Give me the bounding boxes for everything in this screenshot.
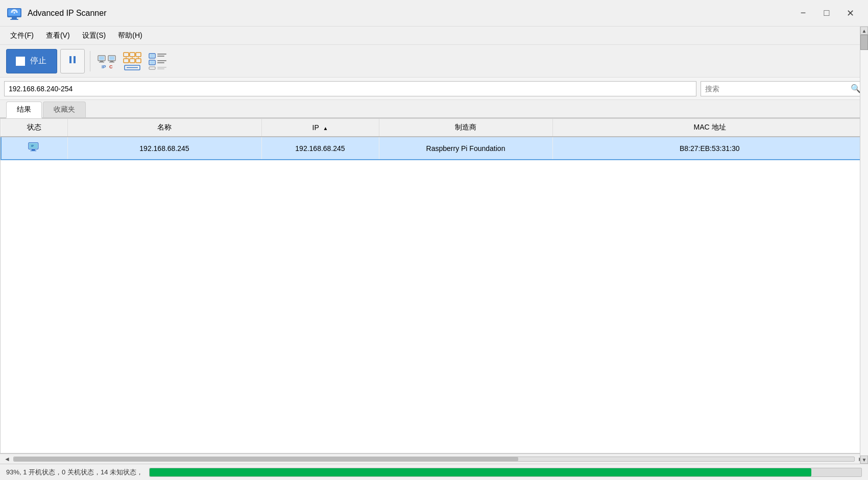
expand-icon-button[interactable] (147, 49, 169, 73)
sort-arrow-ip: ▲ (323, 125, 328, 131)
search-input[interactable] (701, 82, 848, 96)
c-icon-button[interactable] (121, 49, 143, 73)
svg-rect-43 (32, 149, 35, 150)
search-bar: 🔍 (0, 78, 868, 100)
results-table: 状态 名称 IP ▲ 制造商 MAC 地址 (1, 119, 867, 160)
pause-icon (67, 55, 78, 67)
svg-rect-14 (109, 62, 114, 63)
svg-rect-3 (10, 19, 18, 20)
tabs-bar: 结果 收藏夹 (0, 100, 868, 118)
scroll-track[interactable] (13, 457, 855, 462)
svg-rect-40 (157, 68, 164, 69)
cell-mac: B8:27:EB:53:31:30 (552, 137, 867, 160)
app-icon (6, 5, 22, 21)
svg-text:C: C (109, 64, 113, 69)
table-row[interactable]: IP 192.168.68.245192.168.68.245Raspberry… (1, 137, 867, 160)
svg-rect-32 (157, 54, 166, 55)
svg-rect-2 (12, 17, 17, 19)
toolbar: 停止 IP C (0, 45, 868, 78)
ip-icon-button[interactable]: IP C (95, 49, 118, 73)
maximize-button[interactable]: □ (815, 5, 838, 21)
stop-button[interactable]: 停止 (6, 49, 57, 73)
minimize-button[interactable]: − (791, 5, 815, 21)
progress-bar-wrapper (149, 468, 862, 477)
stop-icon (16, 57, 25, 66)
progress-bar-fill (150, 468, 811, 476)
svg-rect-31 (150, 54, 154, 57)
pause-button[interactable] (60, 49, 85, 73)
table-header-row: 状态 名称 IP ▲ 制造商 MAC 地址 (1, 119, 867, 137)
svg-rect-12 (109, 56, 114, 60)
svg-rect-17 (124, 53, 129, 57)
svg-rect-44 (31, 150, 37, 151)
svg-rect-36 (157, 60, 166, 61)
vertical-scrollbar[interactable]: ▲ ▼ (860, 27, 868, 464)
window-controls: − □ ✕ (791, 5, 862, 21)
stop-label: 停止 (30, 56, 46, 66)
menu-view[interactable]: 查看(V) (40, 29, 76, 42)
svg-rect-9 (100, 61, 103, 62)
svg-rect-22 (136, 59, 141, 63)
cell-name: 192.168.68.245 (67, 137, 261, 160)
svg-rect-13 (110, 61, 113, 62)
scroll-up-arrow[interactable]: ▲ (860, 27, 868, 35)
main-content: 状态 名称 IP ▲ 制造商 MAC 地址 (0, 118, 868, 464)
toolbar-sep-1 (90, 51, 90, 71)
svg-rect-33 (157, 56, 164, 57)
svg-point-4 (14, 12, 15, 13)
svg-text:IP: IP (102, 64, 106, 69)
svg-rect-10 (99, 62, 104, 63)
search-icon: 🔍 (851, 84, 861, 93)
menu-settings[interactable]: 设置(S) (76, 29, 112, 42)
svg-rect-5 (69, 56, 71, 63)
horizontal-scrollbar[interactable]: ◄ ► (0, 453, 868, 464)
cell-status: IP (1, 137, 67, 160)
svg-text:IP: IP (31, 144, 34, 147)
svg-rect-19 (136, 53, 141, 57)
col-header-name[interactable]: 名称 (67, 119, 261, 137)
col-header-manufacturer[interactable]: 制造商 (379, 119, 552, 137)
scroll-v-thumb[interactable] (860, 35, 868, 50)
col-header-mac[interactable]: MAC 地址 (552, 119, 867, 137)
svg-rect-6 (74, 56, 76, 63)
scroll-thumb[interactable] (14, 457, 518, 461)
col-header-ip[interactable]: IP ▲ (261, 119, 379, 137)
status-bar: 93%, 1 开机状态，0 关机状态，14 未知状态， (0, 464, 868, 480)
col-header-status[interactable]: 状态 (1, 119, 67, 137)
scroll-down-arrow[interactable]: ▼ (860, 456, 868, 464)
tab-favorites[interactable]: 收藏夹 (43, 102, 86, 117)
computer-icon: IP (28, 141, 40, 154)
tab-results[interactable]: 结果 (6, 102, 42, 118)
window-title: Advanced IP Scanner (28, 9, 791, 18)
cell-ip: 192.168.68.245 (261, 137, 379, 160)
svg-rect-18 (130, 53, 135, 57)
menu-file[interactable]: 文件(F) (4, 29, 40, 42)
svg-rect-21 (130, 59, 135, 63)
svg-rect-39 (157, 67, 166, 68)
svg-rect-38 (149, 67, 155, 69)
ip-range-input[interactable] (4, 81, 696, 96)
svg-rect-8 (99, 56, 104, 60)
cell-manufacturer: Raspberry Pi Foundation (379, 137, 552, 160)
svg-rect-20 (124, 59, 129, 63)
scroll-left-arrow[interactable]: ◄ (2, 456, 12, 463)
menu-help[interactable]: 帮助(H) (112, 29, 148, 42)
close-button[interactable]: ✕ (838, 5, 862, 21)
scroll-v-track[interactable] (860, 35, 868, 456)
svg-rect-35 (150, 61, 154, 64)
status-text: 93%, 1 开机状态，0 关机状态，14 未知状态， (6, 468, 143, 477)
title-bar: Advanced IP Scanner − □ ✕ (0, 0, 868, 27)
search-wrapper: 🔍 (701, 81, 864, 96)
menu-bar: 文件(F) 查看(V) 设置(S) 帮助(H) (0, 27, 868, 45)
results-table-container[interactable]: 状态 名称 IP ▲ 制造商 MAC 地址 (0, 118, 868, 453)
svg-rect-37 (157, 62, 164, 63)
